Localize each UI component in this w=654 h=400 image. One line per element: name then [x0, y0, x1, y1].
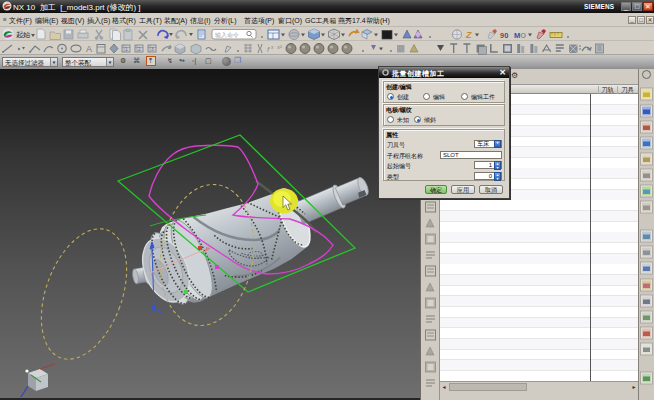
- svg-text:2: 2: [138, 46, 141, 52]
- svg-text:90: 90: [500, 31, 508, 40]
- svg-text:MO: MO: [514, 31, 526, 40]
- svg-text:输入命令: 输入命令: [215, 32, 239, 39]
- svg-text:Z: Z: [465, 30, 472, 40]
- svg-text:3: 3: [151, 46, 154, 52]
- svg-text:f: f: [267, 45, 270, 54]
- svg-text:A: A: [86, 44, 92, 54]
- svg-text:x: x: [271, 44, 274, 50]
- svg-text:起始: 起始: [16, 31, 31, 39]
- svg-text:1: 1: [125, 46, 128, 52]
- svg-text:x²: x²: [277, 44, 282, 50]
